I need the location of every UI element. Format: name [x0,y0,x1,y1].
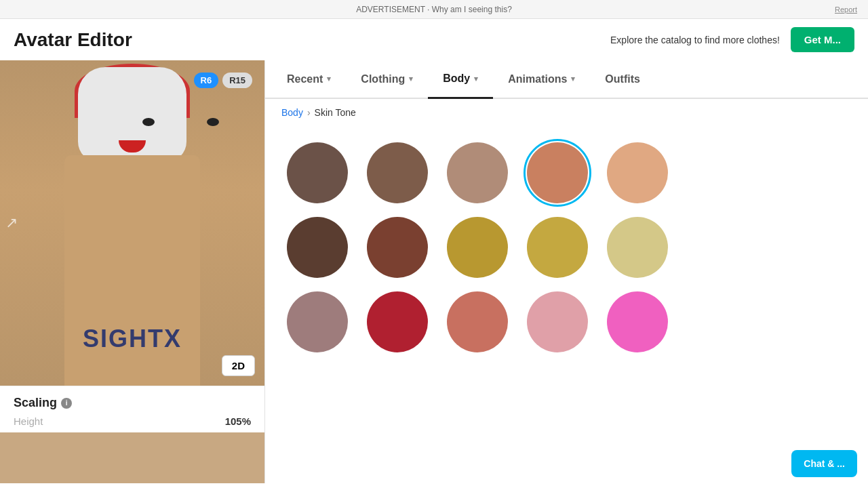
header: Avatar Editor Explore the catalog to fin… [0,19,868,60]
scaling-height-row: Height 105% [14,415,251,427]
header-actions: Explore the catalog to find more clothes… [610,27,854,52]
right-panel: Recent ▾ Clothing ▾ Body ▾ Animations ▾ … [264,60,868,483]
report-link[interactable]: Report [835,5,857,14]
skin-tone-swatch[interactable] [447,142,508,203]
tab-body[interactable]: Body ▾ [428,60,493,99]
skin-tone-row-2 [287,217,846,278]
sightx-label: SIGHTX [83,325,182,353]
avatar-eye-left [142,118,155,126]
skin-tone-swatch[interactable] [287,142,348,203]
breadcrumb-body[interactable]: Body [281,107,303,118]
skin-tone-row-1 [287,142,846,203]
body-chevron-icon: ▾ [474,75,478,83]
main-layout: SIGHTX R6 R15 ↗ 2D Scaling i Height 105% [0,60,868,483]
skin-tone-row-3 [287,291,846,352]
breadcrumb-skin-tone: Skin Tone [315,107,356,118]
scaling-title: Scaling i [14,396,251,410]
height-value: 105% [225,415,251,427]
skin-tone-swatch[interactable] [527,217,588,278]
chat-button[interactable]: Chat & ... [791,450,857,477]
get-more-button[interactable]: Get M... [791,27,854,52]
skin-tone-swatch[interactable] [607,291,668,352]
clothing-chevron-icon: ▾ [409,75,413,83]
skin-tone-swatch[interactable] [367,142,428,203]
animations-chevron-icon: ▾ [571,75,575,83]
skin-tone-swatch[interactable] [367,291,428,352]
tabs-navigation: Recent ▾ Clothing ▾ Body ▾ Animations ▾ … [265,60,868,99]
avatar-badges: R6 R15 [194,73,252,88]
skin-tone-swatch[interactable] [527,291,588,352]
avatar-body: SIGHTX [64,155,200,386]
skin-tone-swatch[interactable] [287,217,348,278]
avatar-preview: SIGHTX R6 R15 ↗ 2D [0,60,264,386]
ad-text: ADVERTISEMENT · Why am I seeing this? [356,5,512,14]
tab-outfits[interactable]: Outfits [590,61,655,98]
tab-clothing[interactable]: Clothing ▾ [346,61,428,98]
breadcrumb-separator: › [307,107,311,118]
scaling-info-icon[interactable]: i [61,398,72,409]
avatar-head [78,67,186,162]
tab-recent[interactable]: Recent ▾ [272,61,346,98]
toggle-2d-button[interactable]: 2D [222,355,255,376]
ad-bar: ADVERTISEMENT · Why am I seeing this? Re… [0,0,868,19]
skin-tone-swatch[interactable] [367,217,428,278]
height-label: Height [14,415,43,427]
skin-tone-swatch[interactable] [447,217,508,278]
breadcrumb: Body › Skin Tone [265,99,868,126]
badge-r6[interactable]: R6 [194,73,219,88]
skin-tone-swatch[interactable] [287,291,348,352]
avatar-mouth [119,140,146,152]
avatar-eye-right [207,118,219,126]
skin-tone-swatch[interactable] [447,291,508,352]
recent-chevron-icon: ▾ [327,75,331,83]
tab-animations[interactable]: Animations ▾ [493,61,590,98]
skin-tone-grid [265,126,868,369]
left-panel: SIGHTX R6 R15 ↗ 2D Scaling i Height 105% [0,60,264,483]
skin-tone-swatch[interactable] [607,217,668,278]
skin-tone-swatch-selected[interactable] [527,142,588,203]
page-title: Avatar Editor [14,29,132,51]
arrow-left-icon[interactable]: ↗ [5,214,18,232]
badge-r15[interactable]: R15 [222,73,252,88]
explore-text: Explore the catalog to find more clothes… [610,35,780,45]
scaling-section: Scaling i Height 105% [0,386,264,432]
skin-tone-swatch[interactable] [607,142,668,203]
